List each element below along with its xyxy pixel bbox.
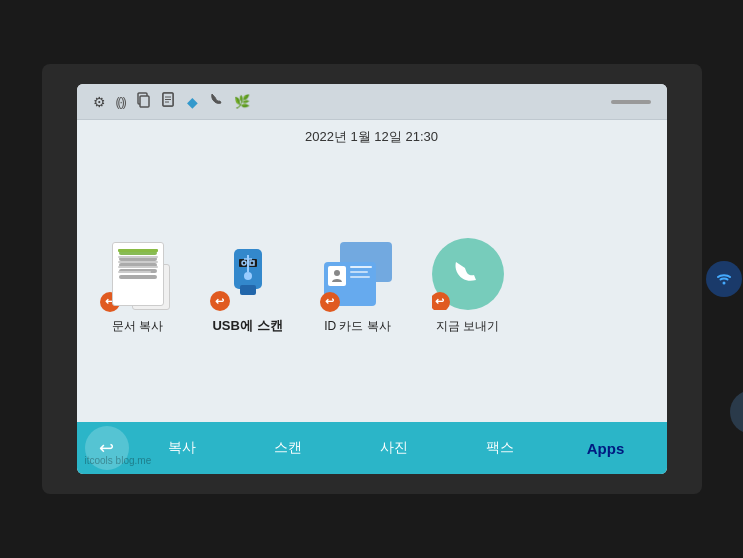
right-wifi-button[interactable]	[706, 261, 742, 297]
svg-point-17	[722, 282, 725, 285]
shortcut-badge-phone: ↩	[432, 292, 450, 310]
send-now-label: 지금 보내기	[436, 318, 499, 335]
wifi-icon: ((·))	[116, 95, 125, 109]
search-button[interactable]	[730, 390, 744, 434]
svg-point-16	[334, 270, 340, 276]
usb-scan-label: USB에 스캔	[212, 317, 282, 335]
id-avatar	[328, 266, 346, 286]
printer-screen: ((·)) ◆	[77, 84, 667, 474]
id-card-copy-icon: ↩	[322, 238, 394, 310]
document-icon	[161, 92, 177, 111]
nav-photo[interactable]: 사진	[341, 435, 447, 461]
send-now-app[interactable]: ↩ 지금 보내기	[423, 238, 513, 335]
svg-rect-8	[240, 285, 256, 295]
document-copy-app[interactable]: ↩ 문서 복사	[93, 238, 183, 335]
shortcut-badge-usb: ↩	[210, 291, 230, 311]
main-content: ↩ 문서 복사	[77, 150, 667, 422]
separator	[611, 100, 651, 104]
phone-icon	[208, 92, 224, 111]
nav-bar: ↩ 복사 스캔 사진 팩스 Apps	[77, 422, 667, 474]
shortcut-badge-id: ↩	[320, 292, 340, 312]
nav-items: 복사 스캔 사진 팩스 Apps	[129, 435, 659, 461]
copy-icon	[135, 92, 151, 111]
nav-fax-label: 팩스	[486, 439, 514, 455]
usb-scan-app[interactable]: ↩ USB에 스캔	[203, 237, 293, 335]
document-copy-icon: ↩	[102, 238, 174, 310]
nav-scan[interactable]: 스캔	[235, 435, 341, 461]
nav-apps-label: Apps	[587, 440, 625, 457]
ink-icon: ◆	[187, 94, 198, 110]
watermark: itcools blog.me	[85, 455, 152, 466]
printer-frame: ? ((·))	[42, 64, 702, 494]
nav-fax[interactable]: 팩스	[447, 435, 553, 461]
status-bar: ((·)) ◆	[77, 84, 667, 120]
gear-icon	[93, 94, 106, 110]
datetime-text: 2022년 1월 12일 21:30	[305, 129, 438, 144]
nav-copy-label: 복사	[168, 439, 196, 455]
id-card-copy-label: ID 카드 복사	[324, 318, 391, 335]
nav-apps[interactable]: Apps	[553, 436, 659, 461]
id-card-copy-app[interactable]: ↩ ID 카드 복사	[313, 238, 403, 335]
nav-scan-label: 스캔	[274, 439, 302, 455]
document-copy-label: 문서 복사	[112, 318, 163, 335]
status-icons: ((·)) ◆	[93, 92, 599, 111]
leaf-icon: 🌿	[234, 94, 250, 109]
svg-rect-1	[140, 96, 149, 107]
nav-photo-label: 사진	[380, 439, 408, 455]
send-now-icon: ↩	[432, 238, 504, 310]
usb-scan-icon: ↩	[212, 237, 284, 309]
date-display: 2022년 1월 12일 21:30	[77, 120, 667, 150]
svg-point-11	[244, 272, 252, 280]
